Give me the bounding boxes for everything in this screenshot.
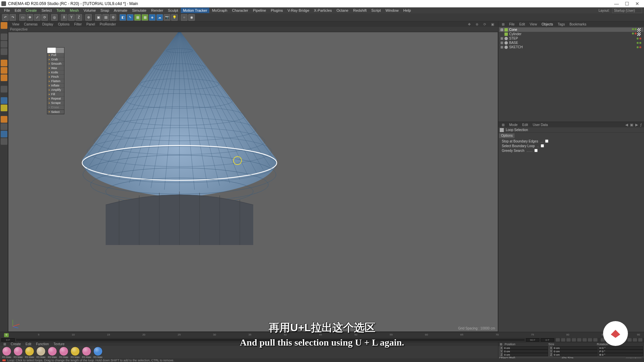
sculpt-knife[interactable]: Knife	[47, 70, 64, 75]
locked[interactable]	[1, 116, 7, 123]
menu-mograph[interactable]: MoGraph	[210, 8, 229, 13]
size-x[interactable]: 0 cm	[553, 346, 598, 350]
menu-select[interactable]: Select	[40, 8, 54, 13]
vp-panel[interactable]: Panel	[85, 22, 97, 26]
material-swatch[interactable]: RS Mate	[47, 347, 58, 358]
mat-edit[interactable]: Edit	[23, 342, 33, 346]
am-up[interactable]: ▣	[629, 123, 634, 127]
am-userdata[interactable]: User Data	[531, 123, 550, 127]
menu-edit[interactable]: Edit	[13, 8, 23, 13]
opt-select-boundary-check[interactable]	[541, 144, 544, 147]
menu-mesh[interactable]: Mesh	[68, 8, 81, 13]
make-editable[interactable]	[1, 22, 7, 29]
menu-octane[interactable]: Octane	[334, 8, 350, 13]
am-fn[interactable]: ⨍	[639, 123, 643, 127]
material-swatch[interactable]: RS Mate	[24, 347, 35, 358]
material-swatch[interactable]: RS Mate	[13, 347, 23, 358]
mat-texture[interactable]: Texture	[52, 342, 67, 346]
generator[interactable]: ▦	[134, 14, 141, 21]
object-sketch[interactable]: ⊞ SKETCH	[499, 45, 643, 49]
range-end[interactable]: 90 F	[526, 338, 539, 342]
sculpt-wax[interactable]: Wax	[47, 66, 64, 70]
polygons-mode[interactable]	[1, 74, 7, 81]
rot-p[interactable]: P 0 °	[598, 350, 643, 353]
opt-stop-boundary-check[interactable]	[545, 139, 548, 143]
menu-help[interactable]: Help	[401, 8, 413, 13]
undo-button[interactable]: ↶	[2, 14, 9, 21]
menu-plugins[interactable]: Plugins	[269, 8, 285, 13]
snap-settings[interactable]	[1, 131, 7, 137]
coord-tab[interactable]	[1, 123, 7, 130]
object-step[interactable]: ⊞ STEP	[499, 36, 643, 41]
timeline[interactable]: 0510 152025 303540 455055 606570 758085 …	[0, 332, 644, 338]
material-swatch[interactable]: RS Mate	[36, 347, 46, 358]
primitive-cube[interactable]: ◧	[119, 14, 126, 21]
pos-z[interactable]: 0 cm	[503, 353, 548, 356]
rot-key[interactable]	[627, 338, 632, 342]
vp-view[interactable]: View	[10, 22, 21, 26]
opt-greedy[interactable]: Greedy Search..........	[498, 148, 644, 153]
vp-rotate-icon[interactable]: ⟳	[481, 22, 488, 26]
prev-frame[interactable]	[566, 338, 571, 342]
vp-display[interactable]: Display	[40, 22, 55, 26]
menu-sculpt[interactable]: Sculpt	[166, 8, 180, 13]
edges-mode[interactable]	[1, 67, 7, 74]
menu-simulate[interactable]: Simulate	[130, 8, 149, 13]
sculpt-scrape[interactable]: Scrape	[47, 101, 64, 105]
opt-greedy-check[interactable]	[534, 149, 538, 152]
sculpt-grab[interactable]: Grab	[47, 57, 64, 62]
material-swatch[interactable]: RS Mate	[58, 347, 69, 358]
sculpt-smooth[interactable]: Smooth	[47, 62, 64, 66]
menu-pipeline[interactable]: Pipeline	[251, 8, 268, 13]
material-swatch[interactable]: RS Mate	[81, 347, 92, 358]
menu-file[interactable]: File	[2, 8, 12, 13]
range-start[interactable]: 0 F	[1, 338, 15, 342]
menu-animate[interactable]: Animate	[112, 8, 129, 13]
prev-key[interactable]	[561, 338, 566, 342]
menu-xparticles[interactable]: X-Particles	[312, 8, 334, 13]
workplane-mode[interactable]	[1, 48, 7, 55]
material-swatch[interactable]: RS Mate	[70, 347, 80, 358]
scale-tool[interactable]: ⤢	[34, 14, 41, 21]
pos-y[interactable]: 0 cm	[503, 350, 548, 353]
model-mode[interactable]	[1, 34, 7, 40]
range-track[interactable]	[16, 339, 525, 341]
om-file[interactable]: File	[507, 22, 517, 26]
sculpt-palette[interactable]: Pull Grab Smooth Wax Knife Pinch Flatten…	[47, 47, 64, 114]
select-tool[interactable]: ▭	[19, 14, 26, 21]
next-frame[interactable]	[582, 338, 587, 342]
close-button[interactable]: ✕	[635, 1, 639, 6]
play-forward[interactable]	[577, 338, 582, 342]
points-mode[interactable]	[1, 60, 7, 66]
video-badge[interactable]	[603, 321, 628, 346]
render-pv[interactable]: ▤	[102, 14, 109, 21]
am-mode[interactable]: Mode	[507, 123, 520, 127]
menu-snap[interactable]: Snap	[99, 8, 111, 13]
vp-cameras[interactable]: Cameras	[22, 22, 40, 26]
render-view[interactable]: ▣	[95, 14, 102, 21]
uvw-tag-icon[interactable]	[637, 28, 641, 32]
vp-options[interactable]: Options	[56, 22, 71, 26]
vp-filter[interactable]: Filter	[72, 22, 84, 26]
sculpt-amplify[interactable]: Amplify	[47, 88, 64, 92]
vp-nav-icon[interactable]: ✥	[466, 22, 473, 26]
vp-prorender[interactable]: ProRender	[98, 22, 118, 26]
size-z[interactable]: 0 cm	[553, 353, 598, 356]
null-object[interactable]: ○	[181, 14, 187, 21]
opt-stop-boundary[interactable]: Stop at Boundary Edges.....	[498, 139, 644, 143]
object-tree[interactable]: ⊟ Cone ⊟ Cylinder ⊞ STEP ⊞ BASE	[498, 27, 644, 122]
timeline-marker[interactable]: 0	[4, 333, 9, 337]
redo-button[interactable]: ↷	[9, 14, 16, 21]
light[interactable]: 💡	[171, 14, 178, 21]
menu-redshift[interactable]: Redshift	[351, 8, 369, 13]
axis-x[interactable]: X	[61, 14, 67, 21]
menu-script[interactable]: Script	[369, 8, 383, 13]
sculpt-pull[interactable]: Pull	[47, 53, 64, 57]
menu-tools[interactable]: Tools	[54, 8, 67, 13]
sculpt-pinch[interactable]: Pinch	[47, 75, 64, 79]
object-cone[interactable]: ⊟ Cone	[499, 27, 643, 32]
menu-character[interactable]: Character	[230, 8, 250, 13]
pos-x[interactable]: 0 cm	[503, 346, 548, 350]
move-tool[interactable]: ✥	[26, 14, 33, 21]
axis-y[interactable]: Y	[68, 14, 75, 21]
